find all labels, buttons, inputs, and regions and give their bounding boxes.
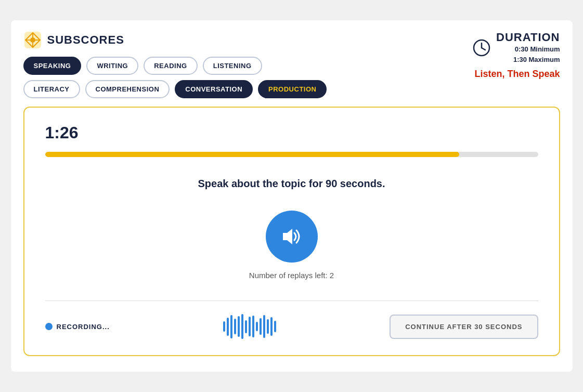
tab-speaking[interactable]: SPEAKING	[23, 57, 82, 75]
volume-icon	[279, 224, 305, 250]
timer-display: 1:26	[45, 123, 538, 142]
progress-bar-container	[45, 152, 538, 157]
continue-button[interactable]: CONTINUE AFTER 30 SECONDS	[390, 315, 538, 339]
wave-bar	[263, 315, 265, 338]
duration-max: 1:30 Maximum	[496, 55, 560, 65]
duration-box: DURATION 0:30 Minimum 1:30 Maximum	[472, 31, 560, 64]
svg-marker-5	[283, 229, 292, 244]
tabs-row-2: LITERACY COMPREHENSION CONVERSATION PROD…	[23, 80, 327, 98]
wave-bar	[252, 316, 254, 337]
wave-bar	[227, 318, 229, 336]
header-right: DURATION 0:30 Minimum 1:30 Maximum Liste…	[472, 31, 560, 80]
audio-button-area: Number of replays left: 2	[45, 211, 538, 280]
clock-icon	[472, 38, 491, 57]
tab-writing[interactable]: WRITING	[86, 57, 138, 75]
duration-min: 0:30 Minimum	[496, 44, 560, 55]
wave-bar	[230, 315, 232, 338]
wave-bar	[223, 321, 225, 332]
listen-speak-label: Listen, Then Speak	[474, 69, 560, 80]
wave-bar	[249, 317, 251, 336]
tab-production[interactable]: PRODUCTION	[258, 80, 327, 98]
speak-instruction: Speak about the topic for 90 seconds.	[45, 178, 538, 190]
svg-line-4	[482, 48, 485, 50]
duration-text-block: DURATION 0:30 Minimum 1:30 Maximum	[496, 31, 560, 64]
tabs-row-1: SPEAKING WRITING READING LISTENING	[23, 57, 327, 75]
wave-bar	[238, 316, 240, 337]
recording-indicator: RECORDING...	[45, 323, 110, 331]
recording-label: RECORDING...	[57, 323, 110, 331]
recording-dot	[45, 323, 53, 330]
wave-bar	[267, 319, 269, 334]
duration-title: DURATION	[496, 31, 560, 44]
header-left: SUBSCORES SPEAKING WRITING READING LISTE…	[23, 31, 327, 98]
header: SUBSCORES SPEAKING WRITING READING LISTE…	[23, 31, 560, 98]
tab-listening[interactable]: LISTENING	[203, 57, 262, 75]
replays-text: Number of replays left: 2	[249, 271, 334, 280]
app-container: SUBSCORES SPEAKING WRITING READING LISTE…	[11, 20, 573, 372]
wave-bar	[270, 317, 273, 336]
wave-bar	[274, 321, 276, 332]
bottom-bar: RECORDING... CONTINUE	[45, 313, 538, 339]
wave-bar	[241, 314, 243, 339]
svg-point-1	[30, 37, 35, 43]
wave-bar	[256, 322, 258, 331]
tab-reading[interactable]: READING	[144, 57, 197, 75]
progress-bar-fill	[45, 152, 459, 157]
tab-literacy[interactable]: LITERACY	[23, 80, 80, 98]
tab-comprehension[interactable]: COMPREHENSION	[85, 80, 170, 98]
wave-bar	[260, 318, 262, 335]
logo-icon	[23, 31, 42, 49]
subscores-heading: SUBSCORES	[47, 33, 124, 47]
divider-line	[45, 300, 538, 301]
main-card: 1:26 Speak about the topic for 90 second…	[23, 107, 560, 356]
wave-bar	[245, 320, 247, 333]
waveform-display	[223, 313, 276, 339]
audio-play-button[interactable]	[266, 211, 318, 263]
subscores-title: SUBSCORES	[23, 31, 327, 49]
wave-bar	[234, 319, 236, 334]
tab-conversation[interactable]: CONVERSATION	[175, 80, 253, 98]
